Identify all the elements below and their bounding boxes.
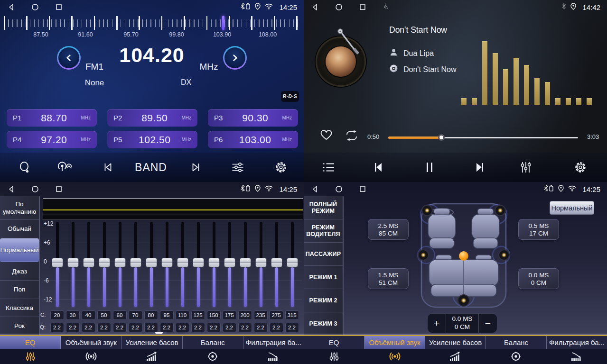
q-value[interactable]: 2.2 [270,323,283,332]
tab-bass-icon[interactable] [121,351,182,362]
favorite-heart-icon[interactable] [320,129,333,141]
nav-recents-button[interactable] [54,2,64,12]
nav-recents-button[interactable] [358,2,367,12]
q-value[interactable]: 2.2 [82,323,95,332]
tab-eq-icon[interactable] [304,351,364,362]
q-value[interactable]: 2.2 [160,323,174,332]
fc-value[interactable]: 60 [113,310,127,320]
eq-preset-item[interactable]: Классика [0,299,39,318]
eq-band-slider[interactable] [161,222,173,309]
tab-surround[interactable]: Объёмный звук [364,336,425,349]
slider-thumb[interactable] [146,258,157,267]
delay-front-left[interactable]: 2.5 MS 85 CM [368,219,409,240]
tab-surround-icon[interactable] [364,351,425,362]
broadcast-icon[interactable] [54,161,75,174]
fc-value[interactable]: 125 [191,310,205,320]
delay-rear-left[interactable]: 1.5 MS 51 CM [368,268,409,289]
mixer-sliders-icon[interactable] [517,161,534,174]
tab-filter[interactable]: Фильтрация ба... [547,336,607,349]
tune-down-button[interactable] [57,46,81,70]
slider-thumb[interactable] [130,258,141,267]
q-value[interactable]: 2.2 [50,323,64,332]
seek-bar[interactable] [388,135,578,140]
fc-value[interactable]: 50 [97,310,111,320]
radio-preset-button[interactable]: P390.30MHz [208,109,298,127]
fc-value[interactable]: 200 [238,310,252,320]
eq-band-slider[interactable] [177,222,189,309]
tune-sliders-icon[interactable] [229,161,247,173]
nav-recents-button[interactable] [54,184,64,194]
tab-eq-icon[interactable] [0,351,61,362]
tab-bass-icon[interactable] [425,351,486,362]
q-value[interactable]: 2.2 [176,323,189,332]
nav-back-button[interactable] [7,184,16,194]
increase-button[interactable]: + [428,314,446,333]
slider-thumb[interactable] [208,258,220,267]
slider-thumb[interactable] [161,258,173,267]
fc-value[interactable]: 110 [176,310,189,320]
slider-thumb[interactable] [99,258,110,267]
nav-home-button[interactable] [30,184,40,194]
q-value[interactable]: 2.2 [238,323,252,332]
radio-preset-button[interactable]: P289.50MHz [107,109,197,127]
nav-back-button[interactable] [310,2,320,12]
eq-band-slider[interactable] [271,222,283,309]
fc-value[interactable]: 40 [82,310,95,320]
sound-profile-button[interactable]: Нормальный [550,201,594,215]
page-dot[interactable] [155,332,163,334]
tab-filter[interactable]: Фильтрация ба... [243,336,304,349]
slider-thumb[interactable] [83,258,94,267]
q-value[interactable]: 2.2 [191,323,205,332]
next-icon[interactable] [470,161,488,173]
fc-value[interactable]: 20 [50,310,64,320]
fc-value[interactable]: 70 [129,310,142,320]
eq-band-slider[interactable] [145,222,158,309]
fc-value[interactable]: 275 [270,310,283,320]
fc-value[interactable]: 150 [207,310,221,320]
scan-icon[interactable] [16,160,34,174]
pause-icon[interactable] [422,161,437,174]
eq-preset-item[interactable]: По умолчанию [0,196,39,220]
band-button[interactable]: BAND [132,161,170,174]
tab-filter-icon[interactable] [243,351,304,362]
tab-bass[interactable]: Усиление басов [425,336,486,349]
eq-preset-item[interactable]: Рок [0,317,39,335]
fc-value[interactable]: 315 [285,310,299,320]
nav-home-button[interactable] [334,184,344,194]
tab-balance[interactable]: Баланс [486,336,547,349]
q-value[interactable]: 2.2 [97,323,111,332]
eq-band-slider[interactable] [208,222,220,309]
tuner-dial[interactable]: 87.5091.6095.7099.80103.90108.00 [4,16,300,39]
mode-item[interactable]: РЕЖИМ 1 [304,266,343,289]
nav-home-button[interactable] [30,2,40,12]
fc-value[interactable]: 95 [160,310,174,320]
eq-preset-item[interactable]: Нормальный [0,238,39,262]
nav-back-button[interactable] [310,184,320,194]
radio-preset-button[interactable]: P5102.50MHz [107,131,197,148]
previous-icon[interactable] [99,161,117,173]
slider-thumb[interactable] [224,258,235,267]
eq-band-slider[interactable] [114,222,126,309]
eq-band-slider[interactable] [286,222,299,309]
fc-value[interactable]: 235 [254,310,268,320]
q-value[interactable]: 2.2 [285,323,299,332]
mode-item[interactable]: РЕЖИМ ВОДИТЕЛЯ [304,219,343,243]
settings-gear-icon[interactable] [272,161,290,174]
delay-front-right[interactable]: 0.5 MS 17 CM [518,219,559,240]
eq-band-slider[interactable] [98,222,111,309]
tab-balance-icon[interactable] [182,351,243,362]
q-value[interactable]: 2.2 [66,323,80,332]
repeat-icon[interactable] [345,130,359,141]
slider-thumb[interactable] [52,258,63,267]
page-dot[interactable] [167,332,174,334]
mode-item[interactable]: РЕЖИМ 3 [304,312,343,335]
settings-gear-icon[interactable] [571,161,589,174]
fc-value[interactable]: 175 [223,310,236,320]
q-value[interactable]: 2.2 [223,323,236,332]
eq-band-slider[interactable] [83,222,95,309]
radio-preset-button[interactable]: P6103.00MHz [208,131,298,148]
eq-band-slider[interactable] [255,222,267,309]
tab-filter-icon[interactable] [546,351,607,362]
eq-band-slider[interactable] [192,222,205,309]
decrease-button[interactable]: − [479,314,497,333]
